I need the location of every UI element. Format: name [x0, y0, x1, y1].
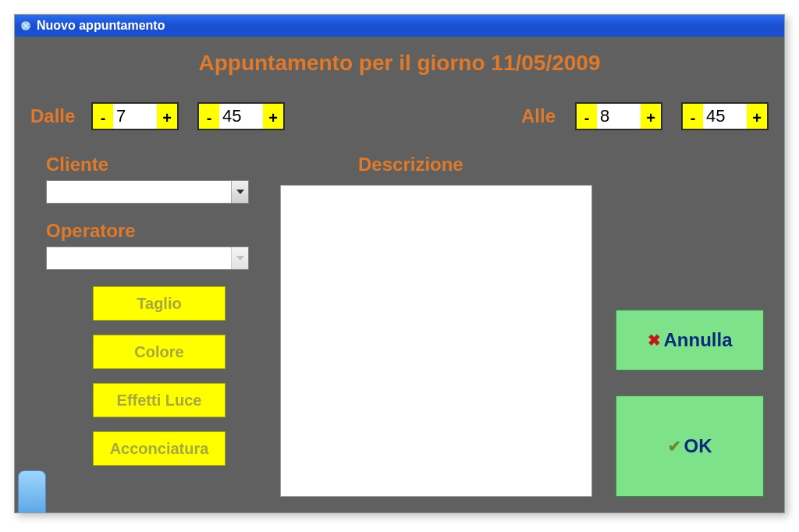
page-title: Appuntamento per il giorno 11/05/2009 — [15, 51, 784, 76]
to-hour-input[interactable] — [597, 104, 641, 129]
to-hour-stepper: - + — [575, 102, 662, 130]
from-hour-plus-button[interactable]: + — [157, 104, 177, 129]
colore-button[interactable]: Colore — [93, 335, 225, 369]
operatore-block: Operatore — [46, 220, 249, 270]
to-hour-plus-button[interactable]: + — [641, 104, 661, 129]
cliente-dropdown-button[interactable] — [231, 181, 248, 203]
app-icon — [20, 20, 32, 32]
ok-button[interactable]: ✔ OK — [616, 395, 764, 497]
annulla-button[interactable]: ✖ Annulla — [616, 310, 764, 371]
from-hour-stepper: - + — [91, 102, 179, 130]
cliente-label: Cliente — [46, 154, 249, 176]
from-hour-minus-button[interactable]: - — [93, 104, 113, 129]
dialog-body: Appuntamento per il giorno 11/05/2009 Da… — [15, 37, 784, 512]
alle-label: Alle — [521, 105, 556, 127]
bottom-left-tab[interactable] — [18, 470, 46, 512]
appointment-dialog: Nuovo appuntamento Appuntamento per il g… — [14, 14, 785, 513]
descrizione-label: Descrizione — [358, 154, 463, 176]
effetti-luce-button[interactable]: Effetti Luce — [93, 383, 225, 417]
taglio-button[interactable]: Taglio — [93, 286, 225, 321]
cliente-combo[interactable] — [46, 180, 249, 204]
cliente-input[interactable] — [47, 181, 231, 203]
dalle-label: Dalle — [30, 105, 91, 127]
time-row: Dalle - + - + Alle - + - + — [30, 102, 769, 130]
descrizione-textarea[interactable] — [280, 185, 592, 497]
operatore-combo[interactable] — [46, 246, 249, 270]
to-min-plus-button[interactable]: + — [747, 104, 767, 129]
to-hour-minus-button[interactable]: - — [577, 104, 597, 129]
operatore-dropdown-button — [231, 247, 248, 269]
from-hour-input[interactable] — [113, 104, 157, 129]
from-min-stepper: - + — [197, 102, 285, 130]
to-min-minus-button[interactable]: - — [683, 104, 703, 129]
titlebar: Nuovo appuntamento — [15, 15, 784, 37]
operatore-input[interactable] — [47, 247, 231, 269]
ok-label: OK — [684, 435, 712, 457]
operatore-label: Operatore — [46, 220, 249, 242]
cliente-block: Cliente — [46, 154, 249, 204]
chevron-down-icon — [236, 256, 244, 261]
chevron-down-icon — [236, 190, 244, 194]
window-title: Nuovo appuntamento — [37, 19, 165, 33]
acconciatura-button[interactable]: Acconciatura — [93, 431, 225, 466]
to-min-stepper: - + — [681, 102, 769, 130]
from-min-minus-button[interactable]: - — [199, 104, 219, 129]
service-buttons: Taglio Colore Effetti Luce Acconciatura — [93, 286, 225, 466]
annulla-label: Annulla — [664, 329, 733, 351]
from-min-input[interactable] — [219, 104, 263, 129]
cancel-icon: ✖ — [648, 331, 661, 349]
check-icon: ✔ — [668, 437, 681, 456]
from-min-plus-button[interactable]: + — [263, 104, 283, 129]
to-min-input[interactable] — [703, 104, 747, 129]
